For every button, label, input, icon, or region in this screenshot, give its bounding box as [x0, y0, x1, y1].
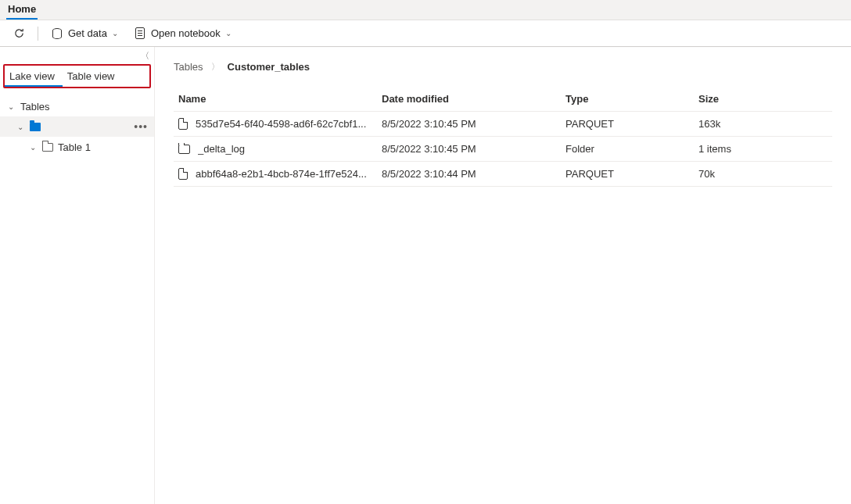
toolbar-divider — [38, 27, 38, 41]
tree-node-label: Table 1 — [58, 141, 91, 153]
toolbar: Get data ⌄ Open notebook ⌄ — [0, 20, 851, 47]
breadcrumb: Tables 〉 Customer_tables — [174, 61, 832, 73]
file-icon — [178, 168, 188, 180]
more-actions-button[interactable]: ••• — [134, 120, 148, 133]
file-icon — [178, 118, 188, 130]
row-modified: 8/5/2022 3:10:45 PM — [382, 118, 566, 130]
sidebar: 〈 Lake view Table view ⌄ Tables ⌄ ••• ⌄ … — [0, 47, 155, 504]
refresh-icon — [13, 27, 25, 40]
folder-icon — [30, 123, 41, 131]
notebook-icon — [134, 27, 146, 40]
chevron-down-icon: ⌄ — [225, 29, 232, 38]
ribbon-header: Home — [0, 0, 851, 20]
content-panel: Tables 〉 Customer_tables Name Date modif… — [155, 47, 851, 504]
open-notebook-label: Open notebook — [151, 27, 221, 39]
table-row[interactable]: abbf64a8-e2b1-4bcb-874e-1ff7e524... 8/5/… — [174, 162, 832, 187]
row-type: PARQUET — [566, 168, 698, 180]
ribbon-tab-home[interactable]: Home — [6, 0, 38, 20]
row-size: 1 items — [698, 143, 828, 155]
tab-table-view[interactable]: Table view — [63, 66, 123, 87]
grid-header-row: Name Date modified Type Size — [174, 87, 832, 112]
chevron-down-icon: ⌄ — [28, 143, 38, 152]
row-size: 70k — [698, 168, 828, 180]
row-modified: 8/5/2022 3:10:45 PM — [382, 143, 566, 155]
table-row[interactable]: _delta_log 8/5/2022 3:10:45 PM Folder 1 … — [174, 137, 832, 162]
open-notebook-button[interactable]: Open notebook ⌄ — [129, 24, 236, 43]
breadcrumb-current: Customer_tables — [228, 61, 310, 73]
row-size: 163k — [698, 118, 828, 130]
col-size[interactable]: Size — [698, 93, 828, 105]
tree-node-folder[interactable]: ⌄ ••• — [0, 116, 154, 137]
chevron-right-icon: 〉 — [211, 61, 220, 73]
row-name: abbf64a8-e2b1-4bcb-874e-1ff7e524... — [196, 168, 367, 180]
row-type: PARQUET — [566, 118, 698, 130]
explorer-tree: ⌄ Tables ⌄ ••• ⌄ Table 1 — [0, 88, 154, 157]
row-type: Folder — [566, 143, 698, 155]
row-name: 535d7e54-6f40-4598-ad6f-62c7cbf1... — [196, 118, 366, 130]
col-modified[interactable]: Date modified — [382, 93, 566, 105]
chevron-down-icon: ⌄ — [6, 102, 16, 111]
folder-icon — [178, 145, 190, 154]
collapse-sidebar-button[interactable]: 〈 — [141, 50, 149, 62]
breadcrumb-root[interactable]: Tables — [174, 61, 203, 73]
file-grid: Name Date modified Type Size 535d7e54-6f… — [174, 87, 832, 187]
get-data-button[interactable]: Get data ⌄ — [46, 24, 123, 43]
tree-node-tables[interactable]: ⌄ Tables — [0, 96, 154, 116]
folder-outline-icon — [42, 143, 53, 152]
tree-node-table1[interactable]: ⌄ Table 1 — [0, 137, 154, 157]
chevron-down-icon: ⌄ — [16, 123, 25, 131]
table-row[interactable]: 535d7e54-6f40-4598-ad6f-62c7cbf1... 8/5/… — [174, 112, 832, 137]
get-data-label: Get data — [68, 27, 107, 39]
col-type[interactable]: Type — [566, 93, 698, 105]
tab-lake-view[interactable]: Lake view — [5, 66, 63, 87]
database-icon — [51, 27, 63, 40]
col-name[interactable]: Name — [178, 93, 382, 105]
view-tabs-highlight: Lake view Table view — [3, 64, 151, 88]
row-modified: 8/5/2022 3:10:44 PM — [382, 168, 566, 180]
tree-node-label: Tables — [20, 101, 50, 113]
row-name: _delta_log — [198, 143, 245, 155]
refresh-button[interactable] — [8, 24, 30, 43]
chevron-down-icon: ⌄ — [112, 29, 118, 38]
